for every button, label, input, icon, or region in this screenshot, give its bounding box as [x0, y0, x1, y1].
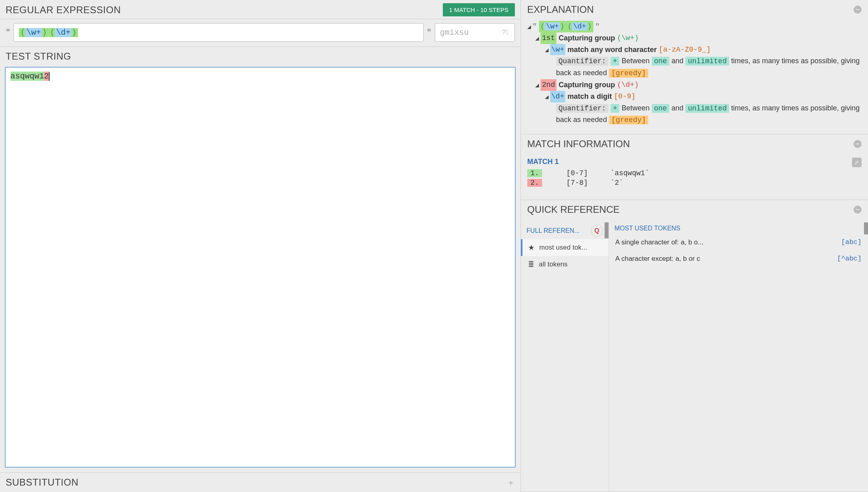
qr-item-all-tokens[interactable]: ≣ all tokens — [521, 256, 609, 273]
group-2-value: `2` — [610, 179, 623, 187]
g1-child-class: [a-zA-Z0-9_] — [659, 44, 711, 56]
token-row-not-abc[interactable]: A character except: a, b or c [^abc] — [609, 251, 868, 267]
quick-ref-body: FULL REFEREN... Q ★ most used tok... ≣ a… — [521, 218, 868, 492]
match-badge: 1 MATCH - 10 STEPS — [443, 3, 515, 16]
match-info-section: MATCH INFORMATION − ⤢ MATCH 1 1. [0-7] `… — [521, 134, 868, 200]
group-2-label: 2. — [527, 179, 542, 187]
quick-ref-right: MOST USED TOKENS A single character of: … — [609, 222, 868, 492]
token-not-abc: [^abc] — [837, 255, 862, 263]
steps-count: 10 — [480, 6, 487, 13]
quick-ref-title: QUICK REFERENCE — [527, 204, 620, 215]
text-cursor — [49, 72, 50, 81]
explanation-section: EXPLANATION − ◢ " (\w+)(\d+) " ◢ 1st Cap… — [521, 0, 868, 134]
explanation-header: EXPLANATION − — [521, 0, 868, 18]
quantifier-plus: + — [611, 57, 620, 66]
group-2-range: [7-8] — [566, 179, 610, 187]
group-1-range: [0-7] — [566, 169, 610, 177]
explanation-body: ◢ " (\w+)(\d+) " ◢ 1st Capturing group (… — [521, 18, 868, 134]
explanation-title: EXPLANATION — [527, 4, 594, 15]
tree-g2: ◢ 2nd Capturing group (\d+) — [535, 79, 862, 91]
scrollbar-left[interactable] — [605, 222, 609, 238]
app-root: REGULAR EXPRESSION 1 MATCH - 10 STEPS " … — [0, 0, 868, 492]
substitution-header[interactable]: SUBSTITUTION ＋ — [0, 472, 520, 492]
delimiter-open: " — [6, 28, 10, 37]
tree-root: ◢ " (\w+)(\d+) " — [527, 21, 862, 32]
g2-child-desc: match a digit — [567, 91, 612, 102]
g2-token: (\d+) — [617, 79, 639, 91]
collapse-explanation-icon[interactable]: − — [854, 6, 862, 14]
quick-ref-header: QUICK REFERENCE − — [521, 200, 868, 218]
g1-token: (\w+) — [617, 32, 639, 44]
token-desc-not-abc: A character except: a, b or c — [615, 255, 700, 263]
quick-ref-left: FULL REFEREN... Q ★ most used tok... ≣ a… — [521, 222, 609, 492]
expand-match-info-icon[interactable]: ⤢ — [852, 158, 862, 167]
match-word: MATCH — [454, 6, 475, 13]
g1-child-desc: match any word character — [567, 44, 657, 56]
g2-label: 2nd — [540, 79, 557, 91]
test-group2: 2 — [44, 72, 49, 81]
match-1-title: MATCH 1 — [527, 158, 862, 166]
stack-icon: ≣ — [528, 260, 534, 269]
qr-item-most-used-label: most used tok... — [539, 244, 587, 252]
regex-input[interactable]: (\w+)(\d+) — [14, 23, 424, 42]
match-info-title: MATCH INFORMATION — [527, 138, 630, 150]
regex-header: REGULAR EXPRESSION 1 MATCH - 10 STEPS — [0, 0, 520, 19]
quick-ref-right-header: MOST USED TOKENS — [609, 222, 868, 234]
match-row-1: 1. [0-7] `asqwqw1` — [527, 168, 862, 178]
delimiter-close: " — [427, 28, 432, 37]
test-group1: asqwqw1 — [10, 72, 44, 81]
root-pattern-2: (\d+) — [566, 21, 593, 32]
tree-g1: ◢ 1st Capturing group (\w+) — [535, 32, 862, 44]
regex-input-row: " (\w+)(\d+) " gmixsu ?⃝ — [0, 19, 520, 46]
token-desc-abc: A single character of: a, b o... — [615, 238, 703, 246]
left-panel: REGULAR EXPRESSION 1 MATCH - 10 STEPS " … — [0, 0, 521, 492]
star-icon: ★ — [528, 243, 534, 252]
group-1-value: `asqwqw1` — [610, 169, 649, 177]
right-panel: EXPLANATION − ◢ " (\w+)(\d+) " ◢ 1st Cap… — [521, 0, 868, 492]
g2-child-class: [0-9] — [614, 91, 635, 102]
steps-word: STEPS — [489, 6, 508, 13]
tree-g2-child: ◢ \d+ match a digit [0-9] — [545, 91, 862, 102]
quick-ref-section: QUICK REFERENCE − FULL REFEREN... Q ★ mo… — [521, 200, 868, 492]
collapse-match-info-icon[interactable]: − — [854, 140, 862, 148]
test-string-header: TEST STRING — [0, 46, 520, 65]
search-icon[interactable]: Q — [591, 225, 603, 237]
match-info-body: ⤢ MATCH 1 1. [0-7] `asqwqw1` 2. [7-8] `2… — [521, 153, 868, 200]
collapse-quick-ref-icon[interactable]: − — [854, 206, 862, 214]
g1-child-token: \w+ — [550, 44, 565, 56]
token-abc: [abc] — [841, 238, 862, 246]
token-row-abc[interactable]: A single character of: a, b o... [abc] — [609, 234, 868, 251]
regex-title: REGULAR EXPRESSION — [6, 4, 121, 16]
group-1-label: 1. — [527, 169, 542, 177]
most-used-tokens-label: MOST USED TOKENS — [615, 225, 680, 232]
scrollbar-right[interactable] — [864, 222, 868, 234]
test-string-input[interactable]: asqwqw12 — [5, 67, 516, 468]
match-row-2: 2. [7-8] `2` — [527, 178, 862, 188]
g2-child-token: \d+ — [550, 91, 565, 102]
add-substitution-icon[interactable]: ＋ — [507, 477, 515, 488]
root-pattern-1: (\w+) — [539, 21, 566, 32]
tree-g1-child: ◢ \w+ match any word character [a-zA-Z0-… — [545, 44, 862, 56]
tree-g1-quantifier: Quantifier: + Between one and unlimited … — [556, 55, 862, 79]
full-reference-label: FULL REFEREN... — [526, 227, 580, 234]
flags-help-icon[interactable]: ?⃝ — [502, 28, 510, 36]
match-count: 1 — [449, 6, 452, 13]
tree-g2-quantifier: Quantifier: + Between one and unlimited … — [556, 102, 862, 126]
g1-label: 1st — [540, 32, 557, 44]
qr-item-most-used[interactable]: ★ most used tok... — [521, 239, 609, 256]
quick-ref-left-header: FULL REFEREN... Q — [521, 222, 609, 239]
flags-placeholder: gmixsu — [440, 28, 469, 37]
test-string-title: TEST STRING — [6, 51, 71, 62]
match-info-header: MATCH INFORMATION − — [521, 134, 868, 153]
qr-item-all-tokens-label: all tokens — [539, 260, 568, 268]
quantifier-label: Quantifier: — [556, 57, 609, 66]
substitution-title: SUBSTITUTION — [6, 477, 78, 488]
regex-capture-2: (\d+) — [48, 28, 78, 37]
regex-capture-1: (\w+) — [19, 28, 48, 37]
g2-title: Capturing group — [559, 79, 615, 91]
g1-title: Capturing group — [559, 32, 615, 44]
flags-input[interactable]: gmixsu ?⃝ — [435, 23, 515, 42]
greedy-label: [greedy] — [609, 69, 648, 78]
